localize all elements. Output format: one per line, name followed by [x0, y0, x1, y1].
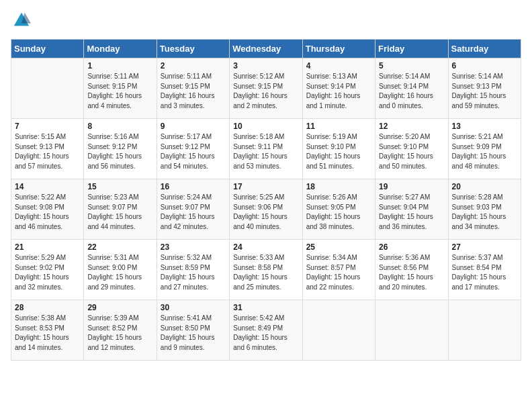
day-cell: 16Sunrise: 5:24 AM Sunset: 9:07 PM Dayli…	[157, 179, 229, 240]
day-number: 19	[379, 182, 444, 191]
day-cell: 10Sunrise: 5:18 AM Sunset: 9:11 PM Dayli…	[230, 119, 302, 179]
day-number: 13	[452, 122, 517, 131]
day-number: 15	[87, 182, 152, 191]
day-content: Sunrise: 5:20 AM Sunset: 9:10 PM Dayligh…	[379, 132, 444, 171]
col-header-wednesday: Wednesday	[230, 40, 302, 58]
day-cell: 1Sunrise: 5:11 AM Sunset: 9:15 PM Daylig…	[84, 58, 157, 119]
day-content: Sunrise: 5:14 AM Sunset: 9:14 PM Dayligh…	[379, 72, 444, 111]
day-cell: 12Sunrise: 5:20 AM Sunset: 9:10 PM Dayli…	[375, 119, 448, 179]
day-cell	[448, 300, 521, 361]
day-content: Sunrise: 5:34 AM Sunset: 8:57 PM Dayligh…	[306, 253, 371, 292]
day-number: 18	[306, 182, 371, 191]
day-number: 12	[379, 122, 444, 131]
day-cell: 29Sunrise: 5:39 AM Sunset: 8:52 PM Dayli…	[84, 300, 157, 361]
day-content: Sunrise: 5:39 AM Sunset: 8:52 PM Dayligh…	[87, 314, 152, 353]
day-number: 20	[452, 182, 517, 191]
day-content: Sunrise: 5:22 AM Sunset: 9:08 PM Dayligh…	[15, 193, 80, 232]
day-number: 2	[161, 61, 226, 71]
day-cell: 24Sunrise: 5:33 AM Sunset: 8:58 PM Dayli…	[230, 240, 302, 300]
day-content: Sunrise: 5:31 AM Sunset: 9:00 PM Dayligh…	[87, 253, 152, 292]
day-number: 30	[161, 303, 226, 312]
day-number: 17	[233, 182, 298, 191]
day-cell: 27Sunrise: 5:37 AM Sunset: 8:54 PM Dayli…	[448, 240, 521, 300]
day-content: Sunrise: 5:18 AM Sunset: 9:11 PM Dayligh…	[233, 132, 298, 171]
day-number: 9	[161, 122, 226, 131]
day-cell: 22Sunrise: 5:31 AM Sunset: 9:00 PM Dayli…	[84, 240, 157, 300]
day-cell: 8Sunrise: 5:16 AM Sunset: 9:12 PM Daylig…	[84, 119, 157, 179]
col-header-friday: Friday	[375, 40, 448, 58]
day-cell: 11Sunrise: 5:19 AM Sunset: 9:10 PM Dayli…	[302, 119, 375, 179]
day-number: 4	[306, 61, 371, 71]
col-header-saturday: Saturday	[448, 40, 521, 58]
calendar-table: SundayMondayTuesdayWednesdayThursdayFrid…	[11, 39, 521, 361]
day-number: 7	[15, 122, 80, 131]
day-content: Sunrise: 5:29 AM Sunset: 9:02 PM Dayligh…	[15, 253, 80, 292]
day-number: 8	[87, 122, 152, 131]
day-cell	[302, 300, 375, 361]
day-content: Sunrise: 5:17 AM Sunset: 9:12 PM Dayligh…	[161, 132, 226, 171]
day-cell: 31Sunrise: 5:42 AM Sunset: 8:49 PM Dayli…	[230, 300, 302, 361]
day-content: Sunrise: 5:11 AM Sunset: 9:15 PM Dayligh…	[161, 72, 226, 111]
day-content: Sunrise: 5:15 AM Sunset: 9:13 PM Dayligh…	[15, 132, 80, 171]
week-row-4: 21Sunrise: 5:29 AM Sunset: 9:02 PM Dayli…	[11, 240, 521, 300]
day-cell	[11, 58, 84, 119]
day-number: 25	[306, 242, 371, 252]
day-cell: 21Sunrise: 5:29 AM Sunset: 9:02 PM Dayli…	[11, 240, 84, 300]
day-content: Sunrise: 5:38 AM Sunset: 8:53 PM Dayligh…	[15, 314, 80, 353]
col-header-sunday: Sunday	[11, 40, 84, 58]
day-number: 29	[87, 303, 152, 312]
day-number: 22	[87, 242, 152, 252]
week-row-1: 1Sunrise: 5:11 AM Sunset: 9:15 PM Daylig…	[11, 58, 521, 119]
day-cell: 30Sunrise: 5:41 AM Sunset: 8:50 PM Dayli…	[157, 300, 229, 361]
day-cell: 13Sunrise: 5:21 AM Sunset: 9:09 PM Dayli…	[448, 119, 521, 179]
day-content: Sunrise: 5:11 AM Sunset: 9:15 PM Dayligh…	[87, 72, 152, 111]
day-number: 23	[161, 242, 226, 252]
day-cell: 6Sunrise: 5:14 AM Sunset: 9:13 PM Daylig…	[448, 58, 521, 119]
day-cell: 26Sunrise: 5:36 AM Sunset: 8:56 PM Dayli…	[375, 240, 448, 300]
week-row-3: 14Sunrise: 5:22 AM Sunset: 9:08 PM Dayli…	[11, 179, 521, 240]
day-content: Sunrise: 5:36 AM Sunset: 8:56 PM Dayligh…	[379, 253, 444, 292]
day-cell: 28Sunrise: 5:38 AM Sunset: 8:53 PM Dayli…	[11, 300, 84, 361]
day-cell: 3Sunrise: 5:12 AM Sunset: 9:15 PM Daylig…	[230, 58, 302, 119]
page-header	[11, 11, 521, 32]
day-number: 11	[306, 122, 371, 131]
day-content: Sunrise: 5:21 AM Sunset: 9:09 PM Dayligh…	[452, 132, 517, 171]
day-content: Sunrise: 5:26 AM Sunset: 9:05 PM Dayligh…	[306, 193, 371, 232]
day-content: Sunrise: 5:13 AM Sunset: 9:14 PM Dayligh…	[306, 72, 371, 111]
day-content: Sunrise: 5:28 AM Sunset: 9:03 PM Dayligh…	[452, 193, 517, 232]
day-cell: 2Sunrise: 5:11 AM Sunset: 9:15 PM Daylig…	[157, 58, 229, 119]
day-content: Sunrise: 5:14 AM Sunset: 9:13 PM Dayligh…	[452, 72, 517, 111]
day-number: 3	[233, 61, 298, 71]
day-number: 14	[15, 182, 80, 191]
day-cell: 14Sunrise: 5:22 AM Sunset: 9:08 PM Dayli…	[11, 179, 84, 240]
day-content: Sunrise: 5:37 AM Sunset: 8:54 PM Dayligh…	[452, 253, 517, 292]
header-row: SundayMondayTuesdayWednesdayThursdayFrid…	[11, 40, 521, 58]
day-number: 16	[161, 182, 226, 191]
col-header-thursday: Thursday	[302, 40, 375, 58]
day-cell: 7Sunrise: 5:15 AM Sunset: 9:13 PM Daylig…	[11, 119, 84, 179]
day-content: Sunrise: 5:16 AM Sunset: 9:12 PM Dayligh…	[87, 132, 152, 171]
col-header-tuesday: Tuesday	[157, 40, 229, 58]
day-content: Sunrise: 5:23 AM Sunset: 9:07 PM Dayligh…	[87, 193, 152, 232]
logo-icon	[12, 11, 31, 30]
day-number: 1	[87, 61, 152, 71]
col-header-monday: Monday	[84, 40, 157, 58]
day-cell	[375, 300, 448, 361]
logo	[11, 11, 34, 32]
day-number: 10	[233, 122, 298, 131]
day-number: 5	[379, 61, 444, 71]
day-number: 6	[452, 61, 517, 71]
day-cell: 9Sunrise: 5:17 AM Sunset: 9:12 PM Daylig…	[157, 119, 229, 179]
day-number: 31	[233, 303, 298, 312]
day-content: Sunrise: 5:19 AM Sunset: 9:10 PM Dayligh…	[306, 132, 371, 171]
day-cell: 18Sunrise: 5:26 AM Sunset: 9:05 PM Dayli…	[302, 179, 375, 240]
day-content: Sunrise: 5:42 AM Sunset: 8:49 PM Dayligh…	[233, 314, 298, 353]
day-cell: 15Sunrise: 5:23 AM Sunset: 9:07 PM Dayli…	[84, 179, 157, 240]
day-content: Sunrise: 5:24 AM Sunset: 9:07 PM Dayligh…	[161, 193, 226, 232]
day-cell: 17Sunrise: 5:25 AM Sunset: 9:06 PM Dayli…	[230, 179, 302, 240]
day-number: 24	[233, 242, 298, 252]
day-number: 28	[15, 303, 80, 312]
day-cell: 20Sunrise: 5:28 AM Sunset: 9:03 PM Dayli…	[448, 179, 521, 240]
week-row-5: 28Sunrise: 5:38 AM Sunset: 8:53 PM Dayli…	[11, 300, 521, 361]
day-cell: 4Sunrise: 5:13 AM Sunset: 9:14 PM Daylig…	[302, 58, 375, 119]
